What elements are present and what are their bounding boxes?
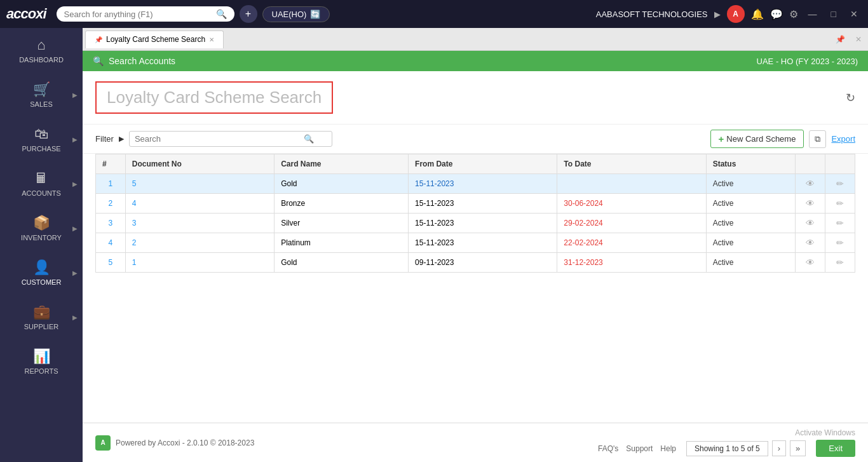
topbar-right: AABASOFT TECHNOLOGIES ▶ A 🔔 💬 ⚙ — □ ✕ (596, 5, 862, 23)
sidebar-label-reports: REPORTS (25, 367, 58, 375)
col-header-status: Status (706, 154, 796, 174)
edit-icon[interactable]: ✏ (836, 179, 844, 189)
tab-loyalty-card-scheme[interactable]: 📌 Loyalty Card Scheme Search ✕ (85, 31, 224, 48)
page-refresh-icon[interactable]: ↻ (846, 91, 855, 105)
table-row[interactable]: 4 2 Platinum 15-11-2023 22-02-2024 Activ… (96, 233, 855, 253)
page-title-box: Loyalty Card Scheme Search (95, 81, 333, 114)
col-header-todate: To Date (557, 154, 706, 174)
powered-by: A Powered by Accoxi - 2.0.10 © 2018-2023 (95, 435, 254, 451)
powered-by-text: Powered by Accoxi - 2.0.10 © 2018-2023 (116, 438, 254, 447)
cell-view-action[interactable]: 👁 (796, 194, 825, 214)
sidebar-item-accounts[interactable]: 🖩 ACCOUNTS ▶ (0, 161, 83, 206)
notifications-icon[interactable]: 🔔 (751, 8, 764, 20)
view-icon[interactable]: 👁 (806, 238, 815, 248)
cell-to-date: 31-12-2023 (557, 253, 706, 273)
help-link[interactable]: Help (660, 444, 676, 453)
filter-search-container: 🔍 (129, 131, 332, 147)
close-window-button[interactable]: ✕ (846, 8, 862, 20)
table-row[interactable]: 3 3 Silver 15-11-2023 29-02-2024 Active … (96, 214, 855, 233)
filter-search-input[interactable] (135, 134, 300, 144)
maximize-button[interactable]: □ (827, 8, 840, 20)
loyalty-cards-table: # Document No Card Name From Date To Dat… (95, 154, 855, 273)
cell-doc-no: 5 (125, 174, 274, 194)
minimize-button[interactable]: — (804, 8, 821, 20)
view-icon[interactable]: 👁 (806, 179, 815, 189)
table-row[interactable]: 5 1 Gold 09-11-2023 31-12-2023 Active 👁 … (96, 253, 855, 273)
sidebar-label-customer: CUSTOMER (22, 278, 62, 286)
filter-expand-icon[interactable]: ▶ (119, 135, 124, 143)
export-button[interactable]: Export (831, 134, 855, 144)
cell-edit-action[interactable]: ✏ (825, 214, 855, 233)
customer-arrow: ▶ (72, 269, 78, 276)
footer-links: FAQ's Support Help (598, 444, 676, 453)
settings-icon[interactable]: ⚙ (789, 8, 798, 20)
global-search-input[interactable] (64, 10, 211, 19)
cell-doc-no: 4 (125, 194, 274, 214)
purchase-icon: 🛍 (34, 126, 48, 142)
new-card-scheme-button[interactable]: + New Card Scheme (710, 130, 804, 148)
cell-view-action[interactable]: 👁 (796, 174, 825, 194)
company-selector[interactable]: UAE(HO) 🔄 (262, 6, 330, 22)
cell-doc-no: 2 (125, 233, 274, 253)
view-icon[interactable]: 👁 (806, 218, 815, 228)
content-area: 📌 Loyalty Card Scheme Search ✕ 📌 ✕ 🔍 Sea… (83, 28, 868, 462)
pagination-last-button[interactable]: » (790, 440, 806, 456)
avatar[interactable]: A (727, 5, 745, 23)
tab-close-icon[interactable]: ✕ (209, 36, 214, 43)
edit-icon[interactable]: ✏ (836, 238, 844, 248)
sidebar-item-supplier[interactable]: 💼 SUPPLIER ▶ (0, 295, 83, 339)
table-row[interactable]: 1 5 Gold 15-11-2023 Active 👁 ✏ (96, 174, 855, 194)
cell-to-date: 22-02-2024 (557, 233, 706, 253)
tab-bar-close-button[interactable]: ✕ (851, 34, 865, 45)
cell-edit-action[interactable]: ✏ (825, 233, 855, 253)
filter-bar: Filter ▶ 🔍 + New Card Scheme ⧉ Export (83, 125, 868, 154)
filter-search-icon[interactable]: 🔍 (304, 134, 314, 144)
purchase-arrow: ▶ (72, 136, 78, 143)
cell-from-date: 15-11-2023 (409, 174, 557, 194)
support-link[interactable]: Support (626, 444, 653, 453)
search-accounts-icon: 🔍 (93, 56, 104, 66)
sidebar-item-customer[interactable]: 👤 CUSTOMER ▶ (0, 250, 83, 295)
sidebar-item-dashboard[interactable]: ⌂ DASHBOARD (0, 28, 83, 72)
sidebar-label-accounts: ACCOUNTS (22, 189, 61, 197)
view-icon[interactable]: 👁 (806, 198, 815, 208)
edit-icon[interactable]: ✏ (836, 198, 844, 208)
accounts-icon: 🖩 (34, 170, 48, 187)
cell-view-action[interactable]: 👁 (796, 214, 825, 233)
plus-icon: + (719, 133, 724, 144)
sidebar-item-purchase[interactable]: 🛍 PURCHASE ▶ (0, 117, 83, 161)
export-icon-button[interactable]: ⧉ (809, 130, 826, 148)
view-icon[interactable]: 👁 (806, 257, 815, 268)
tab-pin-icon: 📌 (95, 36, 102, 43)
cell-edit-action[interactable]: ✏ (825, 174, 855, 194)
cell-card-name: Gold (275, 174, 409, 194)
filter-button[interactable]: Filter (95, 134, 114, 144)
col-header-action1 (796, 154, 825, 174)
exit-button[interactable]: Exit (816, 440, 855, 457)
edit-icon[interactable]: ✏ (836, 257, 844, 268)
add-button[interactable]: + (240, 5, 257, 23)
faqs-link[interactable]: FAQ's (598, 444, 618, 453)
pagination-next-button[interactable]: › (772, 440, 786, 456)
reports-icon: 📊 (33, 348, 50, 365)
cell-edit-action[interactable]: ✏ (825, 253, 855, 273)
search-accounts-btn[interactable]: 🔍 Search Accounts (93, 56, 175, 66)
global-search-container: 🔍 (57, 6, 234, 22)
cell-edit-action[interactable]: ✏ (825, 194, 855, 214)
sidebar-item-inventory[interactable]: 📦 INVENTORY ▶ (0, 206, 83, 250)
expand-icon[interactable]: ▶ (714, 10, 721, 19)
customer-icon: 👤 (33, 259, 50, 276)
sidebar-item-sales[interactable]: 🛒 SALES ▶ (0, 72, 83, 117)
cell-to-date (557, 174, 706, 194)
tab-bar-pin-button[interactable]: 📌 (832, 34, 849, 45)
table-container: # Document No Card Name From Date To Dat… (83, 154, 868, 423)
cell-view-action[interactable]: 👁 (796, 253, 825, 273)
page-title: Loyalty Card Scheme Search (107, 88, 322, 107)
sidebar: ⌂ DASHBOARD 🛒 SALES ▶ 🛍 PURCHASE ▶ 🖩 ACC… (0, 28, 83, 462)
cell-view-action[interactable]: 👁 (796, 233, 825, 253)
sidebar-item-reports[interactable]: 📊 REPORTS (0, 339, 83, 384)
table-row[interactable]: 2 4 Bronze 15-11-2023 30-06-2024 Active … (96, 194, 855, 214)
messages-icon[interactable]: 💬 (770, 8, 783, 20)
edit-icon[interactable]: ✏ (836, 218, 844, 228)
accounts-arrow: ▶ (72, 180, 78, 187)
